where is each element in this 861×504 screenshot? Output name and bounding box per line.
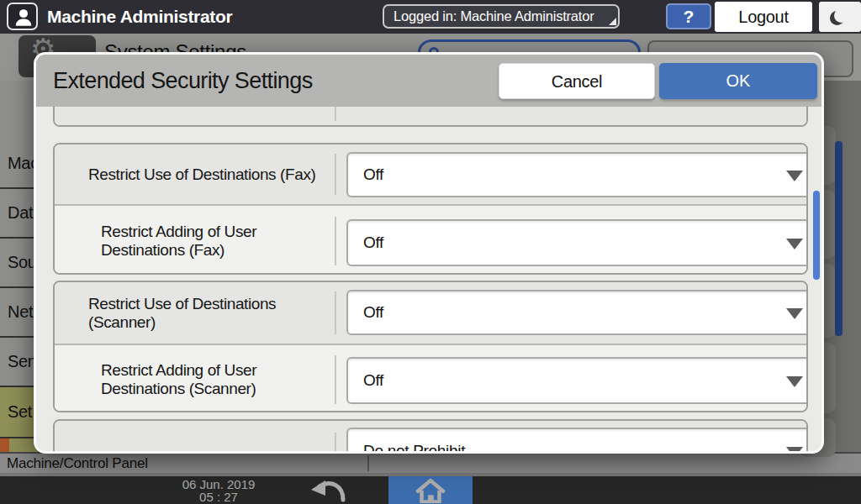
dropdown-value: Off bbox=[363, 303, 383, 322]
dropdown-value: Off bbox=[363, 234, 383, 252]
restrict-use-destinations-fax-dropdown[interactable]: Off bbox=[346, 152, 808, 197]
setting-row: Restrict Use of Destinations (Scanner) O… bbox=[55, 282, 806, 344]
setting-label: Restrict Adding of User Destinations (Fa… bbox=[101, 223, 328, 260]
chevron-down-icon bbox=[786, 171, 803, 181]
chevron-down-icon bbox=[786, 447, 803, 454]
setting-label: Transfer to Fax Receiver bbox=[88, 449, 328, 454]
dropdown-value: Do not Prohibit bbox=[363, 442, 465, 454]
ok-button[interactable]: OK bbox=[659, 63, 817, 99]
setting-label: Restrict Adding of User Destinations (Sc… bbox=[101, 361, 328, 399]
setting-row: Transfer to Fax Receiver Do not Prohibit bbox=[55, 421, 806, 454]
restrict-adding-user-destinations-scanner-dropdown[interactable]: Off bbox=[346, 357, 808, 404]
restrict-use-destinations-scanner-dropdown[interactable]: Off bbox=[346, 290, 808, 335]
user-button[interactable] bbox=[7, 3, 38, 30]
screen: ⚙ ⚙ System Settings Mac Dat Sou Net Sen … bbox=[0, 0, 861, 504]
moon-icon bbox=[834, 8, 848, 23]
divider bbox=[335, 433, 336, 454]
logout-button[interactable]: Logout bbox=[715, 2, 812, 32]
divider bbox=[335, 355, 336, 403]
setting-row: Restrict Adding of User Destinations (Fa… bbox=[55, 204, 806, 275]
login-status-label: Logged in: Machine Administrator bbox=[394, 8, 594, 24]
dropdown-value: Off bbox=[363, 165, 383, 184]
sleep-mode-button[interactable] bbox=[819, 2, 861, 32]
dropdown-value: Off bbox=[363, 371, 383, 390]
transfer-to-fax-receiver-dropdown[interactable]: Do not Prohibit bbox=[346, 428, 808, 454]
help-button[interactable]: ? bbox=[666, 3, 711, 29]
user-icon bbox=[13, 7, 34, 29]
dialog-title: Extended Security Settings bbox=[53, 55, 313, 107]
chevron-down-icon bbox=[786, 308, 803, 319]
setting-label: Restrict Use of Destinations (Scanner) bbox=[88, 294, 328, 332]
dropdown-corner-icon bbox=[609, 18, 616, 25]
setting-label: Restrict Use of Destinations (Fax) bbox=[88, 165, 328, 183]
setting-row: Restrict Use of Destinations (Fax) Off bbox=[55, 144, 806, 204]
divider bbox=[335, 291, 336, 334]
login-status-dropdown[interactable]: Logged in: Machine Administrator bbox=[383, 4, 620, 29]
setting-row: Restrict Adding of User Destinations (Sc… bbox=[55, 344, 806, 412]
divider bbox=[335, 217, 336, 266]
dialog-scrollbar[interactable] bbox=[813, 191, 820, 280]
setting-group-fax: Restrict Use of Destinations (Fax) Off R… bbox=[53, 143, 808, 275]
setting-group-scanner: Restrict Use of Destinations (Scanner) O… bbox=[53, 281, 808, 412]
chevron-down-icon bbox=[786, 239, 803, 249]
page-title: Machine Administrator bbox=[47, 0, 232, 34]
chevron-down-icon bbox=[786, 376, 803, 387]
dialog-header: Extended Security Settings Cancel OK bbox=[36, 55, 821, 107]
top-bar: Machine Administrator Logged in: Machine… bbox=[0, 0, 861, 34]
restrict-adding-user-destinations-fax-dropdown[interactable]: Off bbox=[346, 219, 808, 266]
cancel-button[interactable]: Cancel bbox=[499, 63, 655, 99]
setting-group-transfer: Transfer to Fax Receiver Do not Prohibit bbox=[53, 419, 808, 454]
extended-security-settings-dialog: Restrict Use of Destinations (Fax) Off R… bbox=[34, 52, 824, 454]
divider bbox=[335, 154, 336, 196]
